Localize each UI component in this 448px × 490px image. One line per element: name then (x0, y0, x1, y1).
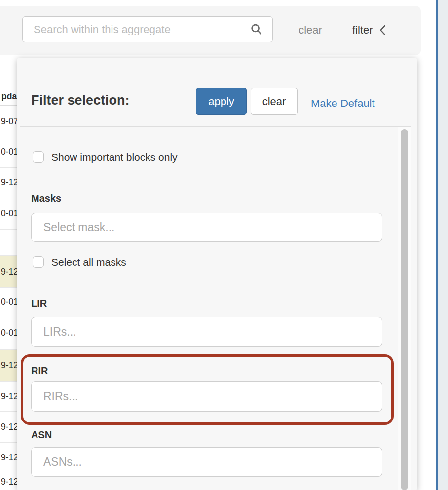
table-row: 9-12 (0, 473, 18, 490)
masks-label: Masks (31, 193, 61, 204)
screen: clear filter pda 9-07 0-01 9-12 0-01 9-1… (0, 0, 448, 490)
show-important-checkbox[interactable] (33, 151, 44, 163)
filter-toggle-label: filter (352, 24, 373, 36)
clear-filters-button[interactable]: clear (251, 88, 298, 115)
rir-select-input[interactable] (31, 381, 382, 412)
table-row: 9-12 (0, 382, 18, 412)
table-row: 9-12 (0, 168, 18, 198)
table-row: 9-07 (0, 106, 18, 137)
page-edge-border (436, 0, 438, 490)
filter-toggle[interactable]: filter (352, 24, 386, 36)
background-table-strip: pda 9-07 0-01 9-12 0-01 9-12 0-01 0-01 9… (0, 55, 18, 490)
masks-select-input[interactable] (31, 213, 382, 242)
lir-select-input[interactable] (31, 317, 382, 347)
table-row: 9-12 (0, 350, 18, 382)
filter-panel: Filter selection: apply clear Make Defau… (17, 58, 417, 490)
asn-select-input[interactable] (31, 447, 382, 477)
rir-label: RIR (31, 365, 48, 377)
chevron-left-icon (379, 25, 386, 35)
lir-label: LIR (31, 298, 47, 309)
search-input[interactable] (22, 16, 240, 42)
table-row: 9-12 (0, 412, 18, 443)
asn-label: ASN (31, 429, 52, 441)
panel-header-divider (17, 75, 411, 75)
aggregate-search-bar: clear filter (0, 6, 421, 55)
page-right-margin (438, 0, 448, 490)
table-header-fragment: pda (0, 57, 18, 106)
table-row: 9-12 (0, 443, 18, 473)
scroll-area-divider (20, 126, 411, 127)
table-row: 0-01 (0, 316, 18, 350)
panel-title: Filter selection: (31, 93, 130, 108)
search-icon (250, 23, 263, 36)
search-button[interactable] (240, 16, 273, 42)
table-row (0, 230, 18, 256)
table-row: 0-01 (0, 198, 18, 230)
table-row: 0-01 (0, 288, 18, 316)
table-row: 9-12 (0, 256, 18, 288)
select-all-masks-checkbox[interactable] (33, 256, 44, 268)
make-default-link[interactable]: Make Default (311, 97, 375, 110)
select-all-masks-label: Select all masks (51, 255, 126, 269)
table-row: 0-01 (0, 137, 18, 168)
clear-search-link[interactable]: clear (288, 24, 333, 36)
scrollbar-thumb[interactable] (401, 129, 408, 490)
show-important-label: Show important blocks only (51, 150, 178, 164)
apply-button[interactable]: apply (196, 88, 247, 115)
